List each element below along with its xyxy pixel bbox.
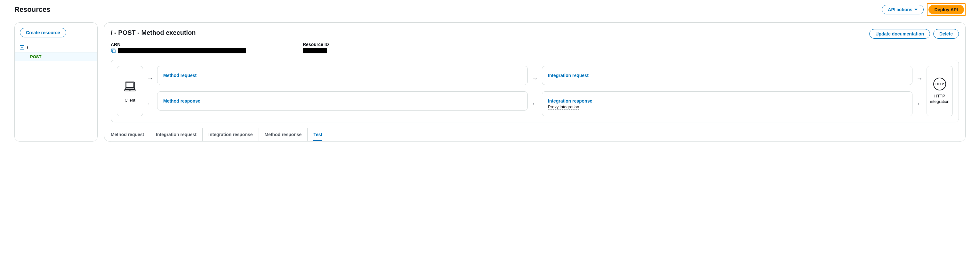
main-header: / - POST - Method execution Update docum…	[111, 29, 959, 39]
integration-col: Integration request Integration response…	[542, 66, 912, 116]
arrow-left-icon: ←	[916, 100, 923, 108]
http-integration-label: HTTP integration	[928, 93, 951, 104]
integration-request-box[interactable]: Integration request	[542, 66, 912, 85]
collapse-icon[interactable]: −	[20, 45, 24, 50]
main-panel: / - POST - Method execution Update docum…	[104, 22, 966, 141]
root-path-label: /	[27, 45, 28, 50]
resources-sidebar: Create resource − / POST	[14, 22, 98, 141]
svg-rect-2	[126, 83, 134, 87]
method-request-box[interactable]: Method request	[157, 66, 528, 85]
svg-point-4	[130, 90, 130, 91]
meta-row: ARN Resource ID	[111, 42, 959, 53]
resource-id-label: Resource ID	[303, 42, 495, 47]
svg-rect-0	[112, 50, 115, 53]
resource-id-redacted	[303, 48, 327, 53]
client-label: Client	[124, 98, 135, 103]
update-documentation-button[interactable]: Update documentation	[869, 29, 930, 39]
resource-tree: − / POST	[15, 43, 97, 61]
arrow-col-3: → ←	[916, 66, 923, 116]
resource-id-value	[303, 48, 495, 53]
create-resource-button[interactable]: Create resource	[20, 28, 66, 37]
tab-integration-request[interactable]: Integration request	[156, 128, 203, 141]
tab-test[interactable]: Test	[313, 128, 322, 141]
main-actions: Update documentation Delete	[869, 29, 959, 39]
computer-icon	[123, 79, 137, 95]
integration-request-link[interactable]: Integration request	[548, 73, 589, 78]
method-col: Method request Method response	[157, 66, 528, 116]
http-icon: HTTP	[933, 78, 946, 90]
integration-response-sub: Proxy integration	[548, 104, 579, 109]
tab-method-request[interactable]: Method request	[111, 128, 150, 141]
arn-label: ARN	[111, 42, 303, 47]
method-response-box[interactable]: Method response	[157, 91, 528, 111]
header-actions: API actions Deploy API	[882, 3, 966, 16]
api-actions-button[interactable]: API actions	[882, 5, 923, 14]
deploy-api-highlight: Deploy API	[927, 3, 966, 16]
flow-diagram: Client → ← Method request Method respons…	[111, 60, 959, 122]
chevron-down-icon	[915, 9, 918, 11]
arn-value	[111, 48, 303, 53]
http-endpoint: HTTP HTTP integration	[927, 66, 953, 116]
api-actions-label: API actions	[888, 7, 912, 12]
integration-response-box[interactable]: Integration response Proxy integration	[542, 91, 912, 116]
deploy-api-button[interactable]: Deploy API	[929, 5, 964, 14]
method-response-link[interactable]: Method response	[163, 98, 200, 103]
tree-method-post[interactable]: POST	[15, 52, 97, 61]
main-title: / - POST - Method execution	[111, 29, 196, 36]
arrow-right-icon: →	[531, 75, 538, 82]
tab-method-response[interactable]: Method response	[265, 128, 308, 141]
client-endpoint: Client	[117, 66, 143, 116]
tab-integration-response[interactable]: Integration response	[208, 128, 259, 141]
tree-root[interactable]: − /	[15, 43, 97, 52]
delete-button[interactable]: Delete	[933, 29, 959, 39]
page-layout: Create resource − / POST / - POST - Meth…	[14, 22, 966, 141]
method-tabs: Method request Integration request Integ…	[111, 128, 959, 141]
arrow-left-icon: ←	[531, 100, 538, 108]
page-title: Resources	[14, 5, 51, 14]
arn-block: ARN	[111, 42, 303, 53]
arrow-right-icon: →	[147, 75, 153, 82]
method-request-link[interactable]: Method request	[163, 73, 197, 78]
resource-id-block: Resource ID	[303, 42, 495, 53]
arrow-right-icon: →	[916, 75, 923, 82]
page-header: Resources API actions Deploy API	[14, 3, 966, 16]
integration-response-link[interactable]: Integration response	[548, 98, 592, 103]
arn-redacted	[118, 48, 246, 53]
arrow-left-icon: ←	[147, 100, 153, 108]
arrow-col-2: → ←	[531, 66, 538, 116]
copy-icon[interactable]	[111, 48, 116, 53]
arrow-col-1: → ←	[147, 66, 153, 116]
